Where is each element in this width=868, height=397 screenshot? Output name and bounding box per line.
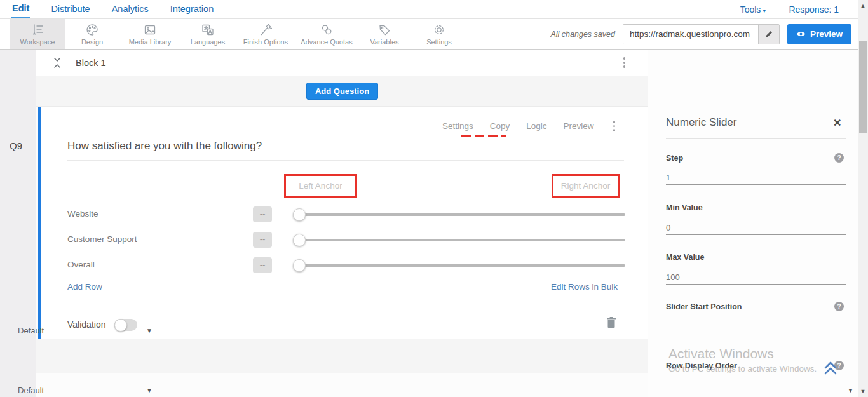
row-display-order-select[interactable]: Default▼ (18, 386, 153, 395)
toolbar-item-languages[interactable]: Languages (180, 19, 235, 49)
question-menu: Settings Copy Logic Preview (442, 118, 648, 134)
toolbar-item-advance-quotas[interactable]: Advance Quotas (296, 19, 357, 49)
block-menu-icon[interactable] (621, 55, 628, 71)
slider-handle[interactable] (293, 208, 306, 221)
scrollbar-up-arrow[interactable]: ▲ (858, 3, 868, 9)
divider (666, 138, 846, 139)
question-card: Settings Copy Logic Preview How satisfie… (38, 107, 648, 339)
chevron-down-icon: ▼ (146, 327, 153, 334)
help-icon[interactable]: ? (834, 302, 844, 311)
row-value-badge: -- (253, 232, 272, 248)
nav-integration[interactable]: Integration (170, 1, 215, 17)
chevron-down-icon: ▼ (146, 387, 153, 394)
add-question-button[interactable]: Add Question (306, 83, 378, 100)
scrollbar-thumb[interactable] (859, 41, 867, 133)
toolbar: Workspace Design Media Library Languages… (0, 19, 868, 50)
nav-right: Tools▾ Response: 1 (740, 4, 839, 15)
toolbar-item-media-library[interactable]: Media Library (119, 19, 180, 49)
slider-row: Overall -- (41, 253, 651, 278)
question-settings-link[interactable]: Settings (442, 121, 473, 131)
scroll-to-top-icon[interactable] (823, 360, 838, 379)
question-number: Q9 (10, 140, 22, 151)
delete-question-icon[interactable] (606, 316, 616, 331)
right-anchor-field[interactable]: Right Anchor (552, 174, 620, 198)
slider-handle[interactable] (293, 234, 306, 246)
toolbar-item-variables[interactable]: Variables (357, 19, 412, 49)
left-anchor-field[interactable]: Left Anchor (284, 174, 357, 198)
nav-distribute[interactable]: Distribute (50, 1, 90, 17)
chevron-down-icon: ▾ (763, 7, 766, 14)
slider-start-position-select[interactable]: Default▼ (18, 326, 153, 335)
design-icon (85, 23, 99, 37)
collapse-block-icon[interactable] (53, 57, 62, 69)
question-copy-link[interactable]: Copy (490, 121, 510, 131)
edit-rows-bulk-link[interactable]: Edit Rows in Bulk (551, 282, 618, 292)
panel-scroll-down-arrow[interactable]: ▼ (848, 387, 853, 394)
numeric-slider-track[interactable] (295, 239, 625, 241)
slider-handle[interactable] (293, 259, 306, 272)
question-preview-link[interactable]: Preview (563, 121, 593, 131)
toolbar-right: All changes saved Preview (551, 19, 868, 49)
slider-row: Customer Support -- (41, 227, 651, 253)
finish-options-icon (259, 23, 273, 37)
input-underline (666, 184, 846, 185)
survey-url-input[interactable] (623, 25, 758, 44)
eye-icon (796, 30, 806, 37)
block-title: Block 1 (76, 58, 106, 68)
row-value-badge: -- (253, 257, 272, 273)
row-value-badge: -- (253, 206, 272, 222)
max-value[interactable]: 100 (666, 273, 680, 282)
row-display-order-label: Row Display Order (666, 361, 737, 370)
question-more-menu-icon[interactable] (611, 118, 618, 134)
preview-button[interactable]: Preview (787, 24, 851, 44)
scrollbar-down-arrow[interactable]: ▼ (858, 388, 868, 394)
pencil-icon (764, 30, 773, 39)
row-label[interactable]: Overall (67, 260, 95, 269)
save-status: All changes saved (551, 30, 615, 39)
question-title[interactable]: How satisfied are you with the following… (67, 140, 262, 152)
divider (41, 304, 651, 304)
min-value[interactable]: 0 (666, 223, 670, 232)
block-footer-strip: Add Question Page Break Separator Split … (36, 339, 648, 373)
tools-menu[interactable]: Tools▾ (740, 4, 766, 15)
edit-url-button[interactable] (758, 25, 779, 44)
nav-analytics[interactable]: Analytics (111, 1, 149, 17)
step-value[interactable]: 1 (666, 173, 670, 182)
survey-editor-main: Block 1 Add Question Settings Copy Logic… (36, 50, 648, 397)
variables-icon (377, 23, 391, 37)
slider-row: Website -- (41, 202, 651, 227)
survey-url-box (623, 24, 780, 44)
top-navigation: Edit Distribute Analytics Integration To… (0, 0, 868, 19)
page-scrollbar[interactable]: ▲ ▼ (858, 0, 868, 397)
numeric-slider-track[interactable] (295, 213, 625, 216)
response-count[interactable]: Response: 1 (789, 4, 839, 15)
toolbar-item-finish-options[interactable]: Finish Options (235, 19, 296, 49)
workspace-icon (31, 23, 44, 37)
question-settings-panel (648, 50, 858, 397)
panel-title: Numeric Slider (666, 116, 736, 129)
toolbar-item-workspace[interactable]: Workspace (10, 19, 65, 49)
question-logic-link[interactable]: Logic (526, 121, 546, 131)
toolbar-item-settings[interactable]: Settings (412, 19, 466, 49)
step-label: Step (666, 154, 683, 163)
input-underline (666, 284, 846, 285)
slider-start-position-label: Slider Start Position (666, 302, 742, 311)
max-value-label: Max Value (666, 253, 704, 262)
toolbar-item-design[interactable]: Design (65, 19, 119, 49)
input-underline (666, 234, 846, 235)
question-index-gutter: Q9 (0, 50, 36, 397)
nav-edit[interactable]: Edit (11, 1, 30, 18)
close-panel-icon[interactable]: ✕ (833, 117, 841, 129)
settings-annotation-underline (461, 135, 506, 137)
divider (67, 160, 624, 161)
advance-quotas-icon (320, 23, 334, 37)
add-question-strip: Add Question (36, 76, 648, 107)
min-value-label: Min Value (666, 203, 703, 212)
add-row-link[interactable]: Add Row (67, 282, 102, 292)
numeric-slider-track[interactable] (295, 264, 625, 267)
row-label[interactable]: Customer Support (67, 234, 137, 244)
row-label[interactable]: Website (67, 209, 98, 219)
block-header: Block 1 (36, 50, 648, 76)
settings-icon (432, 23, 446, 37)
help-icon[interactable]: ? (834, 153, 844, 163)
